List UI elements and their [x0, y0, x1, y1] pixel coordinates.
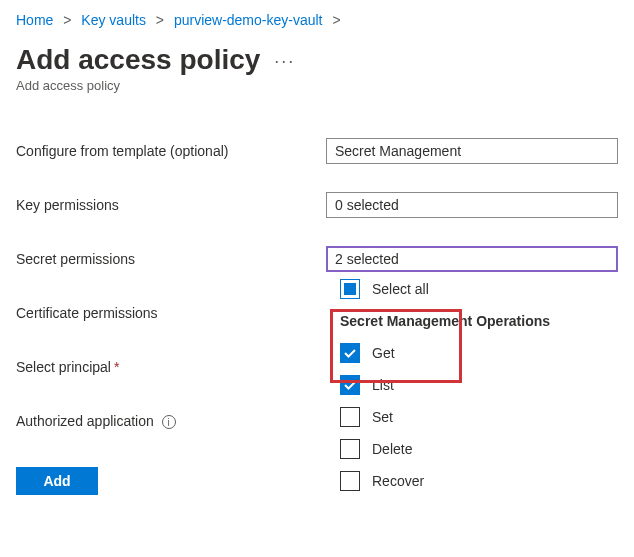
more-actions-icon[interactable]: ···	[274, 43, 295, 72]
label-select-principal: Select principal*	[16, 359, 326, 375]
option-select-all[interactable]: Select all	[326, 273, 618, 305]
template-select[interactable]: Secret Management	[326, 138, 618, 164]
checkbox-unchecked-icon	[340, 407, 360, 427]
checkbox-unchecked-icon	[340, 439, 360, 459]
checkbox-unchecked-icon	[340, 471, 360, 491]
option-delete[interactable]: Delete	[326, 433, 618, 465]
secret-permissions-dropdown: Select all Secret Management Operations …	[326, 273, 618, 497]
page-subtitle: Add access policy	[16, 78, 618, 93]
option-recover[interactable]: Recover	[326, 465, 618, 497]
option-set[interactable]: Set	[326, 401, 618, 433]
chevron-right-icon: >	[326, 12, 346, 28]
chevron-right-icon: >	[57, 12, 77, 28]
breadcrumb-vault-name[interactable]: purview-demo-key-vault	[174, 12, 323, 28]
option-select-all-label: Select all	[372, 281, 429, 297]
label-secret-permissions: Secret permissions	[16, 251, 326, 267]
option-delete-label: Delete	[372, 441, 412, 457]
breadcrumb-home[interactable]: Home	[16, 12, 53, 28]
checkbox-indeterminate-icon	[340, 279, 360, 299]
dropdown-section-header: Secret Management Operations	[326, 305, 618, 337]
add-button[interactable]: Add	[16, 467, 98, 495]
breadcrumb-key-vaults[interactable]: Key vaults	[81, 12, 146, 28]
option-recover-label: Recover	[372, 473, 424, 489]
chevron-right-icon: >	[150, 12, 170, 28]
label-certificate-permissions: Certificate permissions	[16, 305, 326, 321]
option-set-label: Set	[372, 409, 393, 425]
option-get-label: Get	[372, 345, 395, 361]
option-get[interactable]: Get	[326, 337, 618, 369]
info-icon[interactable]: i	[162, 415, 176, 429]
required-indicator: *	[111, 359, 119, 375]
checkbox-checked-icon	[340, 375, 360, 395]
label-authorized-application: Authorized application i	[16, 413, 326, 430]
label-key-permissions: Key permissions	[16, 197, 326, 213]
breadcrumb: Home > Key vaults > purview-demo-key-vau…	[16, 12, 618, 28]
option-list-label: List	[372, 377, 394, 393]
option-list[interactable]: List	[326, 369, 618, 401]
page-title: Add access policy	[16, 44, 260, 76]
secret-permissions-select[interactable]: 2 selected	[326, 246, 618, 272]
checkbox-checked-icon	[340, 343, 360, 363]
key-permissions-select[interactable]: 0 selected	[326, 192, 618, 218]
label-template: Configure from template (optional)	[16, 143, 326, 159]
